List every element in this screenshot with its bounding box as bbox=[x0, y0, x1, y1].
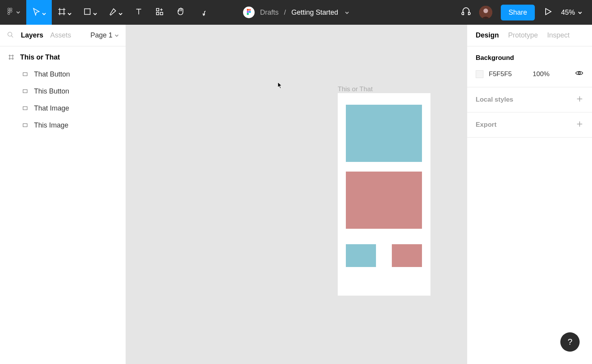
svg-rect-6 bbox=[157, 9, 159, 11]
export-section[interactable]: Export bbox=[467, 112, 592, 138]
main-menu-button[interactable] bbox=[0, 0, 26, 25]
pen-tool[interactable] bbox=[103, 0, 128, 25]
help-button[interactable]: ? bbox=[560, 332, 580, 352]
section-title: Export bbox=[476, 121, 497, 129]
figma-logo-icon bbox=[6, 6, 14, 19]
section-title: Background bbox=[476, 54, 583, 62]
cursor-icon bbox=[277, 82, 282, 89]
layer-label: That Image bbox=[34, 104, 69, 112]
plus-icon[interactable] bbox=[576, 95, 583, 104]
tab-layers[interactable]: Layers bbox=[21, 31, 43, 39]
canvas[interactable]: This or That bbox=[126, 25, 467, 364]
resources-icon bbox=[155, 7, 164, 17]
svg-rect-20 bbox=[23, 124, 27, 127]
svg-point-11 bbox=[247, 11, 249, 13]
color-swatch[interactable] bbox=[476, 70, 483, 78]
svg-point-0 bbox=[8, 8, 10, 10]
svg-point-9 bbox=[247, 9, 249, 11]
visibility-toggle[interactable] bbox=[575, 69, 583, 79]
resources-tool[interactable] bbox=[149, 0, 170, 25]
tab-design[interactable]: Design bbox=[476, 31, 499, 39]
breadcrumb-file-name[interactable]: Getting Started bbox=[291, 9, 338, 17]
present-button[interactable] bbox=[543, 7, 553, 18]
background-row[interactable]: F5F5F5 100% bbox=[476, 69, 583, 79]
right-panel-tabs: Design Prototype Inspect bbox=[467, 25, 592, 46]
layer-item[interactable]: That Button bbox=[0, 66, 126, 83]
canvas-frame-label[interactable]: This or That bbox=[338, 85, 373, 93]
page-name: Page 1 bbox=[90, 31, 112, 39]
svg-point-4 bbox=[8, 12, 10, 14]
svg-point-1 bbox=[10, 8, 12, 10]
layer-frame[interactable]: This or That bbox=[0, 49, 126, 66]
svg-point-12 bbox=[249, 11, 251, 13]
text-tool[interactable] bbox=[128, 0, 149, 25]
main-area: Layers Assets Page 1 This or That That B… bbox=[0, 25, 592, 364]
chevron-down-icon bbox=[68, 10, 71, 14]
breadcrumb-parent[interactable]: Drafts bbox=[260, 9, 279, 17]
zoom-value: 45% bbox=[561, 9, 575, 17]
tab-prototype[interactable]: Prototype bbox=[508, 31, 538, 39]
svg-point-21 bbox=[578, 72, 580, 74]
svg-point-2 bbox=[8, 10, 10, 12]
chevron-down-icon bbox=[119, 10, 122, 14]
hand-tool-icon bbox=[176, 7, 185, 17]
chevron-down-icon[interactable] bbox=[345, 9, 349, 17]
canvas-that-image[interactable] bbox=[346, 172, 422, 229]
chevron-down-icon bbox=[42, 10, 46, 14]
comment-tool[interactable] bbox=[191, 0, 212, 25]
local-styles-section[interactable]: Local styles bbox=[467, 87, 592, 112]
file-breadcrumb[interactable]: Drafts / Getting Started bbox=[243, 7, 349, 18]
left-panel: Layers Assets Page 1 This or That That B… bbox=[0, 25, 126, 364]
canvas-frame[interactable] bbox=[338, 93, 430, 296]
layer-label: That Button bbox=[34, 70, 70, 78]
rectangle-icon bbox=[22, 122, 29, 129]
canvas-this-image[interactable] bbox=[346, 105, 422, 162]
svg-point-3 bbox=[10, 10, 12, 12]
canvas-that-button[interactable] bbox=[392, 244, 422, 267]
tab-inspect[interactable]: Inspect bbox=[547, 31, 570, 39]
rectangle-icon bbox=[22, 105, 29, 112]
svg-point-13 bbox=[247, 13, 249, 15]
rectangle-icon bbox=[22, 88, 29, 95]
section-title: Local styles bbox=[476, 96, 513, 104]
pen-tool-icon bbox=[109, 7, 117, 17]
breadcrumb-separator: / bbox=[284, 9, 286, 17]
tab-assets[interactable]: Assets bbox=[50, 31, 71, 39]
svg-rect-7 bbox=[157, 12, 159, 15]
page-selector[interactable]: Page 1 bbox=[90, 31, 119, 39]
frame-tool[interactable] bbox=[52, 0, 77, 25]
text-tool-icon bbox=[134, 7, 143, 17]
top-toolbar: Drafts / Getting Started Share 45% bbox=[0, 0, 592, 25]
plus-icon[interactable] bbox=[576, 120, 583, 129]
chevron-down-icon bbox=[93, 10, 97, 14]
background-hex[interactable]: F5F5F5 bbox=[489, 70, 512, 78]
rectangle-icon bbox=[83, 7, 92, 17]
layer-item[interactable]: This Button bbox=[0, 83, 126, 100]
layer-item[interactable]: That Image bbox=[0, 100, 126, 117]
layer-label: This Image bbox=[34, 121, 68, 129]
layer-label: This Button bbox=[34, 87, 69, 95]
search-icon[interactable] bbox=[7, 31, 14, 40]
move-tool-icon bbox=[32, 7, 41, 17]
figma-file-icon bbox=[243, 7, 255, 18]
audio-icon[interactable] bbox=[461, 7, 471, 18]
share-button[interactable]: Share bbox=[501, 5, 535, 20]
toolbar-right: Share 45% bbox=[461, 5, 592, 20]
hand-tool[interactable] bbox=[170, 0, 191, 25]
frame-tool-icon bbox=[58, 7, 66, 17]
canvas-this-button[interactable] bbox=[346, 244, 376, 267]
move-tool[interactable] bbox=[26, 0, 52, 25]
background-section: Background F5F5F5 100% bbox=[467, 46, 592, 87]
layer-item[interactable]: This Image bbox=[0, 117, 126, 134]
layer-tree: This or That That Button This Button Tha… bbox=[0, 46, 126, 134]
comment-icon bbox=[197, 7, 206, 17]
svg-rect-5 bbox=[85, 9, 90, 15]
chevron-down-icon bbox=[16, 9, 20, 16]
zoom-control[interactable]: 45% bbox=[561, 9, 582, 17]
shape-tool[interactable] bbox=[77, 0, 103, 25]
user-avatar[interactable] bbox=[479, 6, 492, 19]
svg-point-15 bbox=[483, 9, 488, 13]
background-opacity[interactable]: 100% bbox=[533, 70, 549, 78]
svg-point-16 bbox=[8, 32, 12, 36]
svg-rect-19 bbox=[23, 107, 27, 110]
